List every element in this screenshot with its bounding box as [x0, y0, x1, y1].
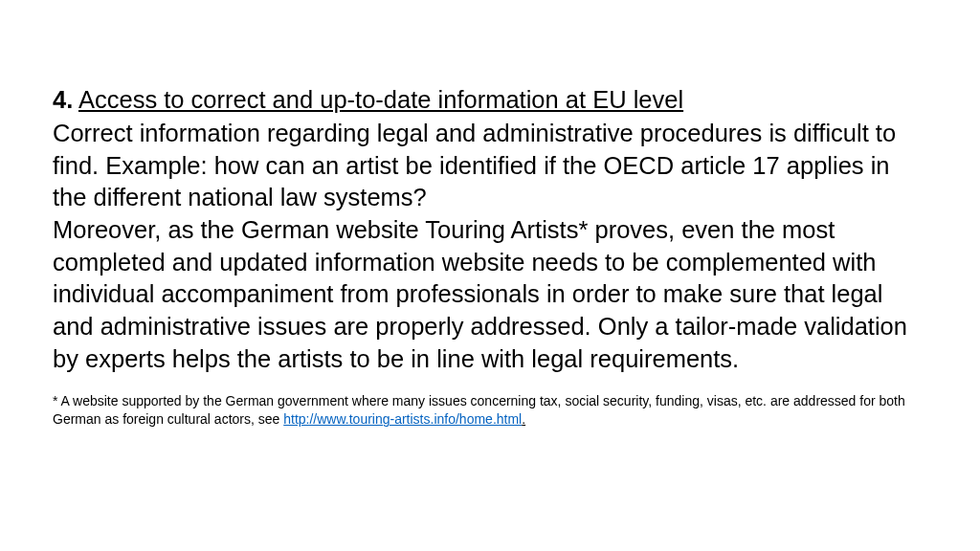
heading-number: 4. [53, 86, 73, 113]
paragraph-1: Correct information regarding legal and … [53, 118, 927, 214]
footnote: * A website supported by the German gove… [53, 392, 927, 429]
footnote-text-after: . [522, 411, 525, 427]
footnote-link[interactable]: http://www.touring-artists.info/home.htm… [283, 411, 522, 427]
heading-title: Access to correct and up-to-date informa… [78, 86, 683, 113]
body-content: Correct information regarding legal and … [53, 118, 927, 375]
section-heading: 4. Access to correct and up-to-date info… [53, 84, 927, 116]
paragraph-2: Moreover, as the German website Touring … [53, 214, 927, 375]
